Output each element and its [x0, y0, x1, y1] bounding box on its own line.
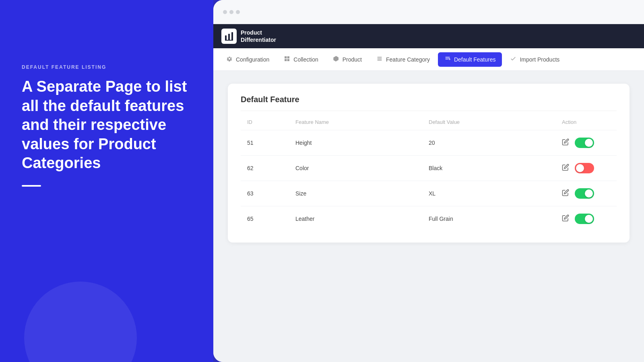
cell-default-value-0: 20: [429, 140, 562, 146]
table-row: 63 Size XL: [241, 181, 617, 206]
tab-configuration-label: Configuration: [236, 56, 269, 63]
tab-default-features-label: Default Features: [454, 56, 496, 63]
page-subtitle: DEFAULT FEATURE LISTING: [22, 64, 195, 70]
toggle-knob-1: [576, 164, 584, 172]
col-id: ID: [247, 119, 295, 125]
table-body: 51 Height 20 62 Color Black: [241, 130, 617, 231]
cell-feature-name-1: Color: [295, 165, 429, 171]
browser-dot-1: [223, 10, 227, 14]
toggle-knob-3: [585, 215, 593, 223]
edit-icon-0[interactable]: [562, 138, 569, 147]
card-title: Default Feature: [241, 95, 617, 111]
svg-rect-1: [228, 34, 230, 40]
product-icon: [333, 56, 339, 64]
nav-tabs: Configuration Collection Product: [213, 48, 644, 71]
tab-import-products-label: Import Products: [520, 56, 559, 63]
edit-icon-2[interactable]: [562, 189, 569, 198]
tab-feature-category[interactable]: Feature Category: [370, 52, 436, 67]
tab-configuration[interactable]: Configuration: [220, 52, 276, 67]
cell-default-value-1: Black: [429, 165, 562, 171]
import-products-icon: [510, 56, 516, 64]
table-row: 62 Color Black: [241, 155, 617, 181]
col-feature-name: Feature Name: [295, 119, 429, 125]
cell-feature-name-0: Height: [295, 140, 429, 146]
tab-product[interactable]: Product: [326, 52, 368, 67]
toggle-1[interactable]: [575, 163, 594, 173]
browser-window: Product Differentiator Configuration: [213, 0, 644, 362]
browser-dot-2: [229, 10, 233, 14]
tab-collection[interactable]: Collection: [277, 52, 324, 67]
table-header: ID Feature Name Default Value Action: [241, 119, 617, 130]
collection-icon: [284, 56, 290, 64]
app-navbar: Product Differentiator: [213, 24, 644, 48]
feature-category-icon: [376, 56, 383, 64]
configuration-icon: [226, 56, 233, 64]
cell-id-0: 51: [247, 140, 295, 146]
cell-action-3: [562, 214, 610, 224]
cell-action-0: [562, 138, 610, 148]
toggle-2[interactable]: [575, 188, 594, 199]
cell-feature-name-3: Leather: [295, 216, 429, 222]
tab-collection-label: Collection: [293, 56, 318, 63]
left-text-block: DEFAULT FEATURE LISTING A Separate Page …: [22, 64, 195, 187]
page-title: A Separate Page to list all the default …: [22, 77, 195, 173]
table-row: 65 Leather Full Grain: [241, 206, 617, 231]
toggle-knob-2: [585, 189, 593, 197]
cell-id-1: 62: [247, 165, 295, 171]
toggle-knob-0: [585, 139, 593, 147]
cell-id-3: 65: [247, 216, 295, 222]
app-logo: Product Differentiator: [221, 29, 276, 44]
logo-line2: Differentiator: [241, 36, 276, 43]
cell-id-2: 63: [247, 190, 295, 197]
tab-default-features[interactable]: Default Features: [438, 52, 502, 67]
browser-dot-3: [236, 10, 240, 14]
tab-product-label: Product: [343, 56, 362, 63]
svg-rect-0: [225, 35, 227, 40]
toggle-0[interactable]: [575, 138, 594, 148]
main-content: Default Feature ID Feature Name Default …: [213, 71, 644, 255]
cell-feature-name-2: Size: [295, 190, 429, 197]
edit-icon-1[interactable]: [562, 164, 569, 173]
cell-default-value-2: XL: [429, 190, 562, 197]
logo-line1: Product: [241, 29, 276, 36]
cell-default-value-3: Full Grain: [429, 216, 562, 222]
edit-icon-3[interactable]: [562, 214, 569, 223]
svg-rect-2: [231, 32, 233, 40]
logo-text: Product Differentiator: [241, 29, 276, 43]
cell-action-2: [562, 188, 610, 199]
browser-bar: [213, 0, 644, 24]
default-features-icon: [444, 56, 451, 64]
browser-content: Product Differentiator Configuration: [213, 24, 644, 362]
title-divider: [22, 185, 41, 187]
cell-action-1: [562, 163, 610, 173]
table-row: 51 Height 20: [241, 130, 617, 155]
logo-icon: [221, 29, 237, 44]
toggle-3[interactable]: [575, 214, 594, 224]
col-default-value: Default Value: [429, 119, 562, 125]
col-action: Action: [562, 119, 610, 125]
feature-card: Default Feature ID Feature Name Default …: [228, 84, 630, 243]
tab-import-products[interactable]: Import Products: [504, 52, 566, 67]
tab-feature-category-label: Feature Category: [386, 56, 430, 63]
